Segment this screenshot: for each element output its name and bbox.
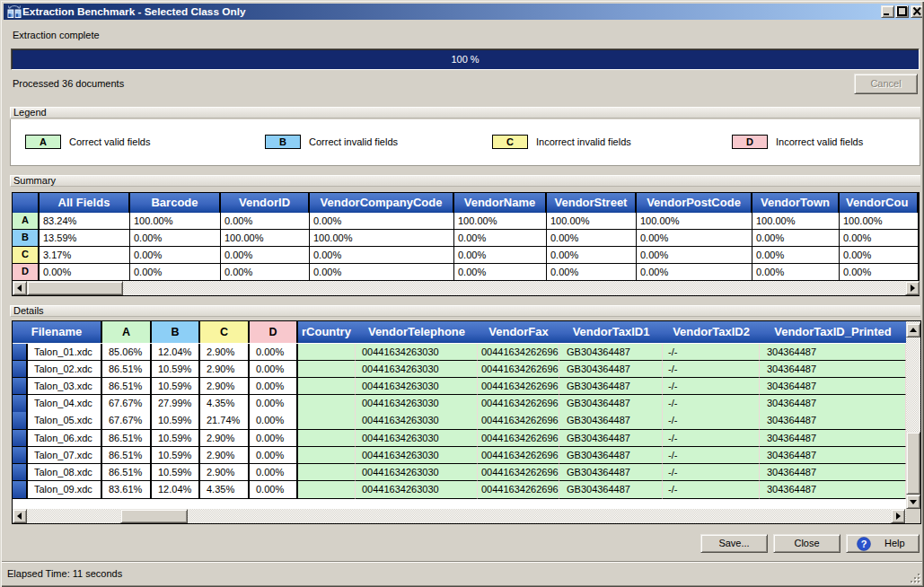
svg-text:?: ? <box>861 539 867 549</box>
